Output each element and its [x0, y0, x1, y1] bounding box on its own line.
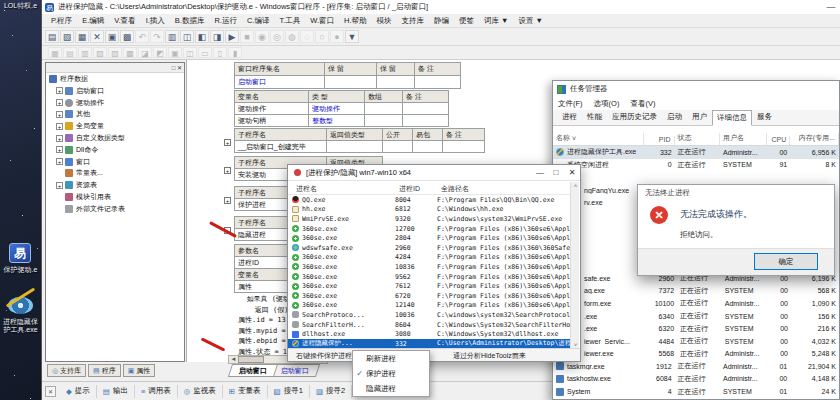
- vertical-scrollbar[interactable]: ˄ ˅: [570, 182, 579, 349]
- context-menu-item[interactable]: 刷新进程: [353, 351, 429, 366]
- expander-icon[interactable]: +: [56, 87, 63, 94]
- fold-marker[interactable]: +: [224, 167, 231, 174]
- statusbar-tab[interactable]: ▤ 输出: [96, 385, 134, 398]
- tree-item[interactable]: + 其他: [46, 109, 184, 121]
- tree-item[interactable]: 常量表...: [46, 168, 184, 180]
- popup-minimize-button[interactable]: —: [532, 168, 548, 177]
- fold-marker[interactable]: +: [224, 197, 231, 204]
- toolbar-icon[interactable]: ▩: [120, 30, 134, 43]
- process-row[interactable]: QQ.exe 8004 F:\Program Files\QQ\Bin\QQ.e…: [288, 195, 571, 205]
- statusbar-tab[interactable]: ◆ 提示: [60, 385, 96, 398]
- process-row[interactable]: 360se.exe 4284 F:\Program Files (x86)\36…: [288, 253, 571, 263]
- toolbar-icon[interactable]: ◉: [255, 30, 269, 43]
- toolbar-icon[interactable]: ▣: [105, 30, 119, 43]
- taskmgr-tab[interactable]: 应用历史记录: [607, 109, 662, 125]
- tree-item[interactable]: + 自定义数据类型: [46, 132, 184, 144]
- process-row[interactable]: 360se.exe 12700 F:\Program Files (x86)\3…: [288, 224, 571, 234]
- menu-item[interactable]: 模块: [371, 16, 396, 26]
- scrollbar-thumb[interactable]: [238, 356, 264, 363]
- process-row[interactable]: 360se.exe 10836 F:\Program Files (x86)\3…: [288, 262, 571, 272]
- desktop-icon-tool-label[interactable]: 进程隐藏保护工具.exe: [0, 318, 41, 334]
- statusbar-tab[interactable]: ▨ 搜寻2: [309, 385, 351, 398]
- toolbar-icon[interactable]: ↶: [135, 30, 149, 43]
- taskmgr-process-row[interactable]: System 4 正在运行 SYSTEM 01 24 K: [553, 385, 839, 398]
- menu-item[interactable]: R.运行: [209, 16, 242, 26]
- process-row[interactable]: 360se.exe 9562 F:\Program Files (x86)\36…: [288, 272, 571, 282]
- popup-maximize-button[interactable]: □: [548, 168, 564, 177]
- taskmgr-process-row[interactable]: iewer.exe 5568 正在运行 Administr... 00 5,24…: [553, 348, 839, 361]
- statusbar-tab[interactable]: ▧ 搜寻1: [267, 385, 309, 398]
- tree-item[interactable]: + 全局变量: [46, 120, 184, 132]
- ok-button[interactable]: 确定: [754, 253, 818, 270]
- popup-column-pid[interactable]: 进程ID: [399, 184, 420, 194]
- scroll-left-icon[interactable]: ◄: [229, 356, 238, 363]
- toolbar-icon[interactable]: ◫: [180, 30, 194, 43]
- editor-tab[interactable]: 启动窗口: [228, 364, 278, 377]
- expander-icon[interactable]: [56, 170, 63, 177]
- expander-icon[interactable]: +: [56, 135, 63, 142]
- toolbar-icon[interactable]: ▭: [198, 47, 212, 58]
- taskmgr-process-row[interactable]: iewer_Servic... 4484 正在运行 SYSTEM 00 4,03…: [553, 335, 839, 348]
- toolbar-icon[interactable]: ◫: [183, 47, 197, 58]
- toolbar-icon[interactable]: ↷: [150, 30, 164, 43]
- toolbar-icon[interactable]: ■: [240, 30, 254, 43]
- toolbar-icon[interactable]: ▶: [225, 30, 239, 43]
- tree-item[interactable]: 外部文件记录表: [46, 203, 184, 215]
- popup-column-path[interactable]: 全路径名: [441, 184, 469, 194]
- column-memory[interactable]: 内存(专用...: [790, 133, 839, 145]
- expander-icon[interactable]: +: [56, 111, 63, 118]
- toolbar-icon[interactable]: ◪: [138, 47, 152, 58]
- toolbar-icon[interactable]: ◩: [153, 47, 167, 58]
- expander-icon[interactable]: +: [56, 146, 63, 153]
- process-row[interactable]: SearchProtoco... 10036 C:\windows\system…: [288, 310, 571, 320]
- toolbar-icon[interactable]: ◌: [300, 30, 314, 43]
- scroll-up-icon[interactable]: ˄: [571, 183, 580, 189]
- menu-item[interactable]: I.插入: [141, 16, 170, 26]
- column-user[interactable]: 用户名: [720, 133, 767, 145]
- taskmgr-process-row[interactable]: .exe 6320 正在运行 SYSTEM 00 216 K: [553, 322, 839, 335]
- taskmgr-menu-item[interactable]: 查看(V): [630, 99, 655, 109]
- toolbar-icon[interactable]: ✕: [90, 30, 104, 43]
- menu-item[interactable]: W.窗口: [305, 16, 339, 26]
- tree-item[interactable]: + 启动窗口: [46, 85, 184, 97]
- statusbar-tab[interactable]: ≡ 调用表: [134, 385, 177, 398]
- menu-item[interactable]: V.查看: [109, 16, 140, 26]
- tree-item[interactable]: 模块引用表: [46, 191, 184, 203]
- popup-column-name[interactable]: 进程名: [296, 184, 317, 194]
- desktop-icon-driver-label[interactable]: 保护驱动.e: [0, 266, 41, 274]
- statusbar-tab[interactable]: ⊞ 变量表: [222, 385, 267, 398]
- toolbar-icon[interactable]: ▥: [78, 47, 92, 58]
- process-row[interactable]: 360se.exe 6720 F:\Program Files (x86)\36…: [288, 291, 571, 301]
- toolbar-icon[interactable]: ◎: [270, 30, 284, 43]
- tree-item[interactable]: + 驱动操作: [46, 97, 184, 109]
- taskmgr-process-row[interactable]: [553, 171, 839, 184]
- taskmgr-tab[interactable]: 启动: [662, 109, 687, 125]
- menu-item[interactable]: P.程序: [46, 16, 77, 26]
- process-row[interactable]: dllhost.exe 3080 C:\Windows\System32\dll…: [288, 329, 571, 339]
- process-row[interactable]: wdswfsafe.exe 2960 F:\Program Files (x86…: [288, 243, 571, 253]
- process-row[interactable]: 360se.exe 12140 F:\Program Files (x86)\3…: [288, 301, 571, 311]
- taskmgr-process-row[interactable]: taskmgr.exe 1912 正在运行 Administr... 01 21…: [553, 360, 839, 373]
- toolbar-icon[interactable]: ▧: [93, 47, 107, 58]
- expander-icon[interactable]: +: [56, 99, 63, 106]
- toolbar-icon[interactable]: ▤: [45, 30, 59, 43]
- tree-root[interactable]: 程序数据: [46, 73, 184, 85]
- toolbar-icon[interactable]: ▤: [63, 47, 77, 58]
- toolbar-icon[interactable]: ▮: [228, 47, 242, 58]
- toolbar-icon[interactable]: ◍: [285, 30, 299, 43]
- expander-icon[interactable]: +: [56, 158, 63, 165]
- taskmgr-process-row[interactable]: form.exe 10100 正在运行 Administr... 00 1,09…: [553, 297, 839, 310]
- tree-item[interactable]: + 资源表: [46, 179, 184, 191]
- toolbar-icon[interactable]: ▥: [165, 30, 179, 43]
- toolbar-icon[interactable]: ●: [330, 30, 344, 43]
- hidden-eye-icon[interactable]: [8, 297, 33, 314]
- expander-icon[interactable]: +: [56, 182, 63, 189]
- expander-icon[interactable]: [56, 194, 63, 201]
- toolbar-icon[interactable]: ▧: [60, 30, 74, 43]
- taskmgr-tab[interactable]: 性能: [582, 109, 607, 125]
- menu-item[interactable]: 静编: [429, 16, 454, 26]
- menu-item[interactable]: B.数据库: [170, 16, 210, 26]
- toolbar-icon[interactable]: ▦: [75, 30, 89, 43]
- menu-item[interactable]: E.编辑: [77, 16, 109, 26]
- fold-marker[interactable]: +: [224, 139, 231, 146]
